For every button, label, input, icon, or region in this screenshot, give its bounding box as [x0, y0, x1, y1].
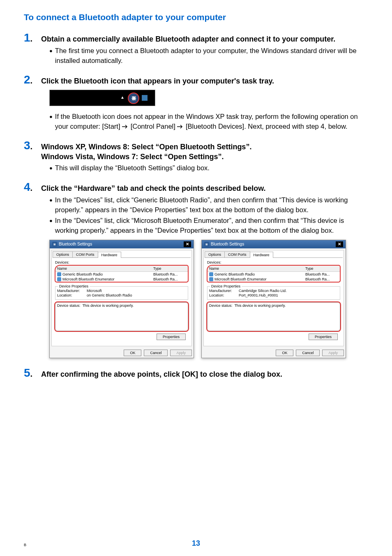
- bluetooth-device-icon: [57, 272, 61, 276]
- bluetooth-tray-icon-highlight: ⋇: [128, 93, 139, 104]
- dialog-titlebar: ⋇ Bluetooth Settings ✕: [202, 240, 346, 248]
- cancel-button[interactable]: Cancel: [296, 350, 320, 356]
- dialog-tabs: Options COM Ports Hardware: [53, 251, 191, 258]
- tray-caret-icon: ▲: [120, 95, 125, 100]
- section-title: To connect a Bluetooth adapter to your c…: [24, 12, 368, 22]
- step-5-text: After confirming the above points, click…: [41, 369, 368, 379]
- tab-hardware[interactable]: Hardware: [98, 252, 121, 258]
- device-row-enumerator[interactable]: Microsoft Bluetooth Enumerator Bluetooth…: [55, 277, 188, 282]
- bullet-icon: ●: [49, 112, 53, 122]
- col-name: Name: [209, 266, 305, 271]
- bluetooth-settings-dialog-left: ⋇ Bluetooth Settings ✕ Options COM Ports…: [49, 240, 194, 358]
- bullet-icon: ●: [49, 195, 53, 205]
- bluetooth-device-icon: [57, 277, 61, 281]
- dialog-titlebar: ⋇ Bluetooth Settings ✕: [50, 240, 194, 248]
- arrow-right-icon: [122, 125, 129, 129]
- step-5: 5. After confirming the above points, cl…: [24, 366, 368, 380]
- properties-button[interactable]: Properties: [309, 334, 338, 340]
- device-row-generic[interactable]: Generic Bluetooth Radio Bluetooth Ra...: [55, 272, 188, 277]
- tray-other-icon: [142, 95, 148, 101]
- step-number: 1.: [24, 31, 41, 44]
- tab-options[interactable]: Options: [53, 251, 73, 257]
- devices-label: Devices:: [207, 260, 340, 264]
- step-3: 3. Windows XP, Windows 8: Select “Open B…: [24, 139, 368, 162]
- step-number: 4.: [24, 181, 41, 194]
- close-icon[interactable]: ✕: [184, 241, 191, 247]
- step-2-bullet-1: ● If the Bluetooth icon does not appear …: [49, 112, 368, 132]
- device-properties-legend: Device Properties: [58, 284, 90, 288]
- bluetooth-settings-dialog-right: ⋇ Bluetooth Settings ✕ Options COM Ports…: [201, 240, 346, 358]
- apply-button[interactable]: Apply: [322, 350, 344, 356]
- device-properties-group: Device Properties Manufacturer:Cambridge…: [207, 286, 340, 300]
- col-name: Name: [57, 266, 153, 271]
- tab-hardware[interactable]: Hardware: [250, 252, 273, 258]
- dialog-tabs: Options COM Ports Hardware: [205, 251, 343, 258]
- step-4: 4. Click the “Hardware” tab and check th…: [24, 181, 368, 194]
- bluetooth-device-icon: [209, 272, 213, 276]
- step-number: 2.: [24, 73, 41, 86]
- device-properties-group: Device Properties Manufacturer:Microsoft…: [55, 286, 188, 300]
- cancel-button[interactable]: Cancel: [144, 350, 168, 356]
- apply-button[interactable]: Apply: [170, 350, 192, 356]
- dialog-title-text: Bluetooth Settings: [211, 242, 244, 246]
- device-status-box: Device status: This device is working pr…: [207, 302, 340, 331]
- step-4-bullet-2: ● In the “Devices” list, click “Microsof…: [49, 216, 368, 236]
- device-row-generic[interactable]: Generic Bluetooth Radio Bluetooth Ra...: [208, 272, 340, 277]
- step-3-text: Windows XP, Windows 8: Select “Open Blue…: [41, 142, 368, 162]
- properties-button[interactable]: Properties: [157, 334, 186, 340]
- devices-list[interactable]: Name Type Generic Bluetooth Radio Blueto…: [55, 265, 188, 282]
- device-status-box: Device status: This device is working pr…: [55, 302, 188, 331]
- device-properties-legend: Device Properties: [210, 284, 242, 288]
- bluetooth-icon: ⋇: [52, 242, 57, 247]
- close-icon[interactable]: ✕: [336, 241, 343, 247]
- ok-button[interactable]: OK: [276, 350, 293, 356]
- tab-com-ports[interactable]: COM Ports: [224, 251, 250, 257]
- step-1: 1. Obtain a commercially available Bluet…: [24, 31, 368, 44]
- tab-options[interactable]: Options: [205, 251, 225, 257]
- dialog-screenshots: ⋇ Bluetooth Settings ✕ Options COM Ports…: [49, 240, 368, 358]
- bullet-icon: ●: [49, 163, 53, 173]
- step-1-bullet-1: ● The first time you connect a Bluetooth…: [49, 46, 368, 66]
- bluetooth-icon: ⋇: [204, 242, 209, 247]
- page-number: 13: [0, 539, 392, 548]
- step-3-bullet-1: ● This will display the “Bluetooth Setti…: [49, 163, 368, 173]
- bullet-icon: ●: [49, 46, 53, 56]
- task-tray-figure: ▲ ⋇: [49, 90, 155, 106]
- step-4-bullet-1: ● In the “Devices” list, click “Generic …: [49, 195, 368, 215]
- bullet-icon: ●: [49, 216, 53, 226]
- col-type: Type: [153, 266, 186, 271]
- step-2-text: Click the Bluetooth icon that appears in…: [41, 76, 368, 86]
- device-row-enumerator[interactable]: Microsoft Bluetooth Enumerator Bluetooth…: [208, 277, 340, 282]
- step-number: 5.: [24, 366, 41, 380]
- bluetooth-device-icon: [209, 277, 213, 281]
- devices-label: Devices:: [55, 260, 188, 264]
- bluetooth-icon: ⋇: [131, 94, 136, 102]
- tab-com-ports[interactable]: COM Ports: [72, 251, 98, 257]
- step-2: 2. Click the Bluetooth icon that appears…: [24, 73, 368, 86]
- step-1-text: Obtain a commercially available Bluetoot…: [41, 34, 368, 44]
- col-type: Type: [305, 266, 338, 271]
- arrow-right-icon: [177, 125, 184, 129]
- dialog-title-text: Bluetooth Settings: [59, 242, 92, 246]
- ok-button[interactable]: OK: [124, 350, 141, 356]
- step-4-text: Click the “Hardware” tab and check the p…: [41, 183, 368, 193]
- step-number: 3.: [24, 139, 41, 152]
- devices-list[interactable]: Name Type Generic Bluetooth Radio Blueto…: [207, 265, 340, 282]
